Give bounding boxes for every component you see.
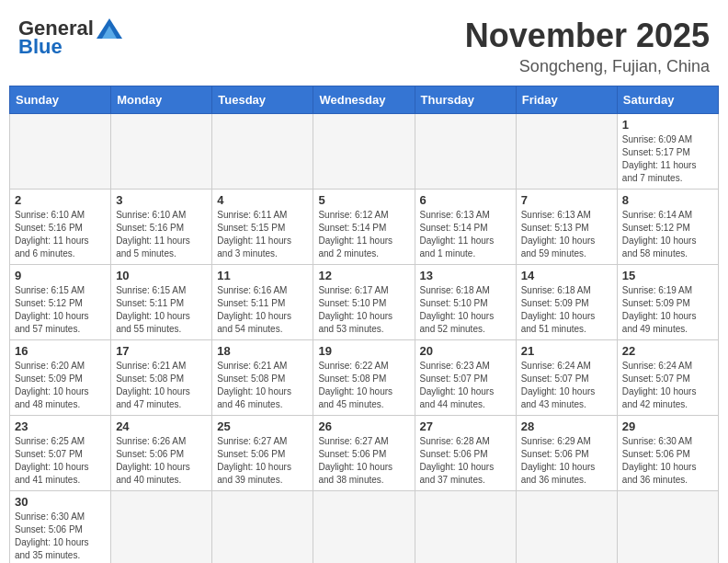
day-info: Sunrise: 6:27 AM Sunset: 5:06 PM Dayligh… (318, 435, 409, 487)
calendar-cell: 13Sunrise: 6:18 AM Sunset: 5:10 PM Dayli… (415, 265, 516, 340)
day-info: Sunrise: 6:16 AM Sunset: 5:11 PM Dayligh… (217, 284, 308, 336)
title-block: November 2025 Songcheng, Fujian, China (465, 17, 710, 76)
calendar-cell: 7Sunrise: 6:13 AM Sunset: 5:13 PM Daylig… (516, 190, 617, 265)
day-number: 17 (116, 344, 207, 358)
calendar-cell: 8Sunrise: 6:14 AM Sunset: 5:12 PM Daylig… (617, 190, 718, 265)
logo: General Blue (18, 17, 122, 59)
day-number: 27 (420, 419, 511, 433)
day-info: Sunrise: 6:27 AM Sunset: 5:06 PM Dayligh… (217, 435, 308, 487)
calendar-cell (516, 114, 617, 190)
day-info: Sunrise: 6:14 AM Sunset: 5:12 PM Dayligh… (622, 209, 713, 260)
calendar-week-row: 23Sunrise: 6:25 AM Sunset: 5:07 PM Dayli… (10, 416, 719, 491)
calendar-cell: 15Sunrise: 6:19 AM Sunset: 5:09 PM Dayli… (617, 265, 718, 340)
calendar-cell: 5Sunrise: 6:12 AM Sunset: 5:14 PM Daylig… (313, 190, 415, 265)
day-number: 9 (15, 269, 106, 282)
calendar-cell: 1Sunrise: 6:09 AM Sunset: 5:17 PM Daylig… (617, 114, 718, 190)
calendar-cell: 22Sunrise: 6:24 AM Sunset: 5:07 PM Dayli… (617, 340, 718, 416)
calendar-table: Sunday Monday Tuesday Wednesday Thursday… (9, 86, 719, 563)
day-number: 12 (318, 269, 409, 282)
day-info: Sunrise: 6:22 AM Sunset: 5:08 PM Dayligh… (318, 360, 409, 411)
calendar-cell: 27Sunrise: 6:28 AM Sunset: 5:06 PM Dayli… (415, 416, 516, 491)
calendar-cell: 12Sunrise: 6:17 AM Sunset: 5:10 PM Dayli… (313, 265, 415, 340)
day-info: Sunrise: 6:15 AM Sunset: 5:11 PM Dayligh… (116, 284, 207, 336)
header-saturday: Saturday (617, 86, 718, 114)
calendar-cell: 26Sunrise: 6:27 AM Sunset: 5:06 PM Dayli… (313, 416, 415, 491)
day-info: Sunrise: 6:17 AM Sunset: 5:10 PM Dayligh… (318, 284, 409, 336)
day-number: 29 (622, 419, 713, 433)
day-number: 22 (622, 344, 713, 358)
day-number: 13 (420, 269, 511, 282)
calendar-cell: 16Sunrise: 6:20 AM Sunset: 5:09 PM Dayli… (10, 340, 111, 416)
day-info: Sunrise: 6:13 AM Sunset: 5:14 PM Dayligh… (420, 209, 511, 260)
day-info: Sunrise: 6:24 AM Sunset: 5:07 PM Dayligh… (521, 360, 612, 411)
calendar-cell (111, 491, 212, 564)
calendar-cell: 2Sunrise: 6:10 AM Sunset: 5:16 PM Daylig… (10, 190, 111, 265)
day-number: 18 (217, 344, 308, 358)
day-info: Sunrise: 6:13 AM Sunset: 5:13 PM Dayligh… (521, 209, 612, 260)
calendar-cell: 3Sunrise: 6:10 AM Sunset: 5:16 PM Daylig… (111, 190, 212, 265)
day-number: 23 (15, 419, 106, 433)
day-info: Sunrise: 6:11 AM Sunset: 5:15 PM Dayligh… (217, 209, 308, 260)
calendar-week-row: 1Sunrise: 6:09 AM Sunset: 5:17 PM Daylig… (10, 114, 719, 190)
calendar-cell: 9Sunrise: 6:15 AM Sunset: 5:12 PM Daylig… (10, 265, 111, 340)
day-number: 5 (318, 193, 409, 207)
calendar-cell: 18Sunrise: 6:21 AM Sunset: 5:08 PM Dayli… (212, 340, 313, 416)
day-info: Sunrise: 6:25 AM Sunset: 5:07 PM Dayligh… (15, 435, 106, 487)
header-wednesday: Wednesday (313, 86, 415, 114)
calendar-cell: 20Sunrise: 6:23 AM Sunset: 5:07 PM Dayli… (415, 340, 516, 416)
calendar-cell (313, 114, 415, 190)
calendar-cell: 21Sunrise: 6:24 AM Sunset: 5:07 PM Dayli… (516, 340, 617, 416)
day-number: 16 (15, 344, 106, 358)
logo-blue-text: Blue (18, 35, 63, 59)
month-title: November 2025 (465, 17, 710, 55)
day-info: Sunrise: 6:15 AM Sunset: 5:12 PM Dayligh… (15, 284, 106, 336)
calendar-cell: 23Sunrise: 6:25 AM Sunset: 5:07 PM Dayli… (10, 416, 111, 491)
calendar-cell (212, 491, 313, 564)
day-number: 24 (116, 419, 207, 433)
calendar-cell: 10Sunrise: 6:15 AM Sunset: 5:11 PM Dayli… (111, 265, 212, 340)
header-friday: Friday (516, 86, 617, 114)
day-info: Sunrise: 6:28 AM Sunset: 5:06 PM Dayligh… (420, 435, 511, 487)
day-number: 8 (622, 193, 713, 207)
day-info: Sunrise: 6:10 AM Sunset: 5:16 PM Dayligh… (15, 209, 106, 260)
header-tuesday: Tuesday (212, 86, 313, 114)
calendar-cell: 29Sunrise: 6:30 AM Sunset: 5:06 PM Dayli… (617, 416, 718, 491)
day-info: Sunrise: 6:21 AM Sunset: 5:08 PM Dayligh… (116, 360, 207, 411)
calendar-cell (111, 114, 212, 190)
day-info: Sunrise: 6:30 AM Sunset: 5:06 PM Dayligh… (622, 435, 713, 487)
calendar-cell (415, 114, 516, 190)
day-info: Sunrise: 6:18 AM Sunset: 5:09 PM Dayligh… (521, 284, 612, 336)
calendar-wrapper: Sunday Monday Tuesday Wednesday Thursday… (0, 86, 728, 563)
day-number: 6 (420, 193, 511, 207)
header-thursday: Thursday (415, 86, 516, 114)
header-monday: Monday (111, 86, 212, 114)
calendar-cell (617, 491, 718, 564)
day-info: Sunrise: 6:26 AM Sunset: 5:06 PM Dayligh… (116, 435, 207, 487)
calendar-cell: 25Sunrise: 6:27 AM Sunset: 5:06 PM Dayli… (212, 416, 313, 491)
header-sunday: Sunday (10, 86, 111, 114)
day-info: Sunrise: 6:30 AM Sunset: 5:06 PM Dayligh… (15, 511, 106, 562)
day-info: Sunrise: 6:29 AM Sunset: 5:06 PM Dayligh… (521, 435, 612, 487)
calendar-cell (212, 114, 313, 190)
calendar-cell: 17Sunrise: 6:21 AM Sunset: 5:08 PM Dayli… (111, 340, 212, 416)
day-number: 14 (521, 269, 612, 282)
day-number: 2 (15, 193, 106, 207)
day-number: 1 (622, 118, 713, 132)
day-number: 4 (217, 193, 308, 207)
day-number: 25 (217, 419, 308, 433)
calendar-cell (10, 114, 111, 190)
day-number: 28 (521, 419, 612, 433)
calendar-cell: 19Sunrise: 6:22 AM Sunset: 5:08 PM Dayli… (313, 340, 415, 416)
day-number: 26 (318, 419, 409, 433)
calendar-week-row: 16Sunrise: 6:20 AM Sunset: 5:09 PM Dayli… (10, 340, 719, 416)
day-number: 15 (622, 269, 713, 282)
day-info: Sunrise: 6:18 AM Sunset: 5:10 PM Dayligh… (420, 284, 511, 336)
calendar-cell: 4Sunrise: 6:11 AM Sunset: 5:15 PM Daylig… (212, 190, 313, 265)
calendar-cell: 24Sunrise: 6:26 AM Sunset: 5:06 PM Dayli… (111, 416, 212, 491)
day-number: 7 (521, 193, 612, 207)
calendar-week-row: 9Sunrise: 6:15 AM Sunset: 5:12 PM Daylig… (10, 265, 719, 340)
calendar-cell: 11Sunrise: 6:16 AM Sunset: 5:11 PM Dayli… (212, 265, 313, 340)
calendar-cell: 28Sunrise: 6:29 AM Sunset: 5:06 PM Dayli… (516, 416, 617, 491)
calendar-week-row: 2Sunrise: 6:10 AM Sunset: 5:16 PM Daylig… (10, 190, 719, 265)
calendar-header-row: Sunday Monday Tuesday Wednesday Thursday… (10, 86, 719, 114)
